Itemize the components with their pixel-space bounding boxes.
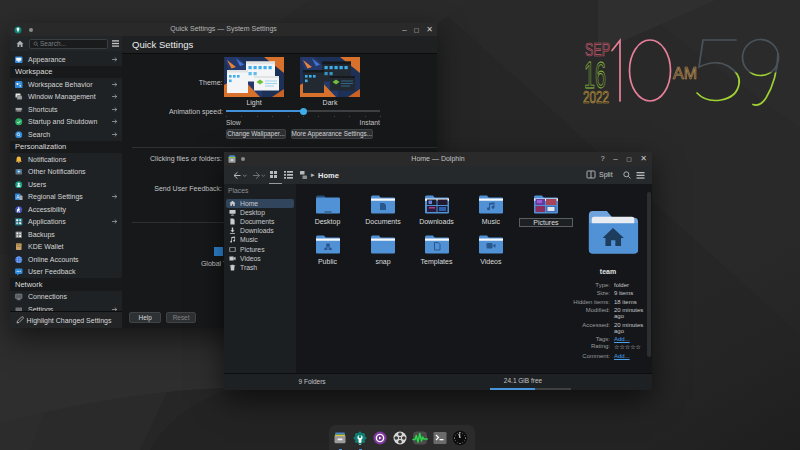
svg-text:AM: AM — [673, 65, 697, 82]
svg-text:2022: 2022 — [583, 88, 609, 107]
